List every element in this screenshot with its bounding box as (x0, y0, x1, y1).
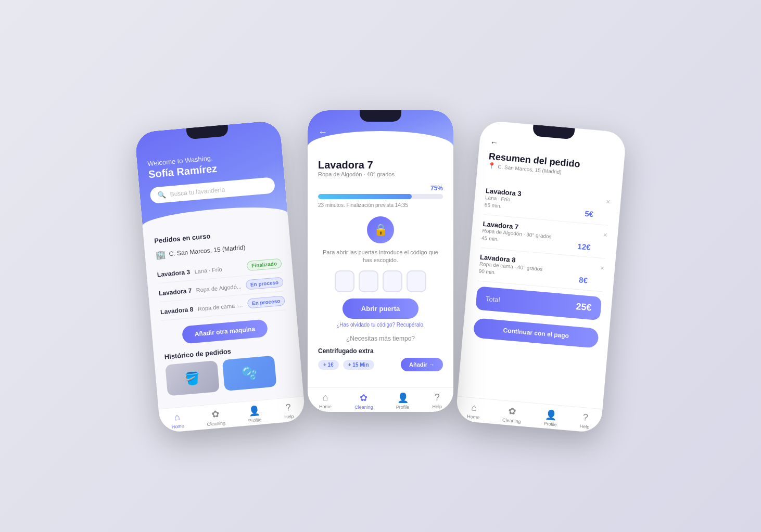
phone3-content: ← Resumen del pedido 📍 C. San Marcos, 15… (455, 120, 627, 433)
progress-bar-fill (318, 194, 412, 199)
nav-profile-1[interactable]: 👤 Profile (247, 405, 261, 423)
close-icon-1[interactable]: × (605, 197, 611, 206)
phone-machine-detail: ← Lavadora 7 Ropa de Algodón · 40° grado… (308, 110, 453, 412)
lock-circle: 🔒 (367, 216, 394, 243)
home-icon-2: ⌂ (323, 392, 328, 403)
cleaning-icon-3: ✿ (508, 405, 517, 417)
osi-price-3: 8€ (579, 275, 588, 284)
add-machine-button[interactable]: Añadir otra maquina (181, 319, 268, 344)
nav-home-2[interactable]: ⌂ Home (319, 392, 332, 410)
total-label: Total (486, 294, 501, 303)
search-placeholder: Busca tu lavandería (170, 185, 225, 197)
help-icon-1: ? (285, 402, 291, 413)
lock-icon: 🔒 (374, 223, 388, 237)
progress-time: 23 minutos. Finalización prevista 14:35 (318, 202, 443, 208)
nav-cleaning-3[interactable]: ✿ Cleaning (502, 405, 522, 424)
help-icon-3: ? (582, 411, 589, 423)
total-bar: Total 25€ (475, 286, 602, 320)
tag-price: + 1€ (318, 360, 339, 370)
location-icon: 🏢 (155, 249, 167, 259)
order-machine-3: Lavadora 8 Ropa de cama ·... (160, 299, 243, 316)
phone2-body: Lavadora 7 Ropa de Algodón · 40° grados … (308, 152, 453, 387)
profile-label-2: Profile (396, 405, 410, 410)
cleaning-label-1: Cleaning (207, 420, 225, 427)
profile-icon-3: 👤 (545, 408, 557, 421)
home-icon-1: ⌂ (174, 411, 181, 423)
close-icon-2[interactable]: × (603, 230, 608, 239)
code-input-4[interactable] (407, 270, 426, 292)
forgot-code-link[interactable]: ¿Has olvidado tu código? Recupéralo. (318, 322, 443, 328)
progress-bar-container (318, 194, 443, 199)
lock-section: 🔒 Para abrir las puertas introduce el có… (318, 216, 443, 265)
badge-finalizado: Finalizado (246, 258, 282, 271)
machine-title: Lavadora 7 (318, 159, 443, 171)
nav-profile-2[interactable]: 👤 Profile (396, 392, 410, 410)
location-dot-icon: 📍 (488, 162, 496, 170)
profile-icon-1: 👤 (248, 405, 260, 417)
home-label-2: Home (319, 404, 332, 409)
total-price: 25€ (576, 301, 592, 314)
open-door-button[interactable]: Abrir puerta (343, 299, 418, 319)
profile-label-1: Profile (248, 417, 261, 423)
phone2-content: ← Lavadora 7 Ropa de Algodón · 40° grado… (308, 110, 453, 412)
order-machine-2: Lavadora 7 Ropa de Algodó... (158, 280, 242, 297)
help-label-1: Help (284, 413, 294, 420)
centrifugado-label: Centrifugado extra (318, 347, 374, 355)
historico-images: 🪣 🫧 (165, 354, 292, 396)
code-inputs (318, 270, 443, 292)
help-label-3: Help (579, 423, 589, 430)
search-icon: 🔍 (157, 190, 166, 199)
osi-detail-3b: 90 min. (478, 268, 496, 275)
nav-cleaning-2[interactable]: ✿ Cleaning (354, 392, 373, 410)
historico-img-2: 🫧 (222, 355, 277, 391)
osi-price-2: 12€ (577, 241, 591, 251)
code-input-2[interactable] (359, 270, 378, 292)
phone1-content: Welcome to Washing, Sofía Ramírez 🔍 Busc… (134, 120, 306, 433)
home-label-1: Home (171, 423, 184, 430)
osi-price-1: 5€ (585, 209, 594, 218)
phone1-body: Pedidos en curso 🏢 C. San Marcos, 15 (Ma… (143, 218, 303, 409)
badge-enproceso-2: En proceso (247, 295, 285, 308)
add-centrifugado-button[interactable]: Añadir → (401, 358, 443, 371)
centrifugado-row: Centrifugado extra (318, 347, 443, 355)
tag-time: + 15 Min (343, 360, 374, 370)
nav-help-2[interactable]: ? Help (432, 392, 442, 410)
cleaning-icon-1: ✿ (211, 408, 220, 420)
nav-home-1[interactable]: ⌂ Home (170, 411, 184, 430)
phone2-bottom-nav: ⌂ Home ✿ Cleaning 👤 Profile ? Help (308, 387, 453, 412)
nav-cleaning-1[interactable]: ✿ Cleaning (206, 408, 225, 427)
osi-detail-2b: 45 min. (481, 235, 499, 242)
phones-container: Welcome to Washing, Sofía Ramírez 🔍 Busc… (125, 95, 636, 438)
close-icon-3[interactable]: × (600, 263, 605, 272)
nav-home-3[interactable]: ⌂ Home (467, 401, 481, 420)
nav-profile-3[interactable]: 👤 Profile (543, 408, 558, 427)
osi-detail-1b: 65 min. (484, 201, 502, 209)
phone3-body: × Lavadora 3 Lana · Frío 65 min. 5€ × La… (458, 173, 622, 409)
home-label-3: Home (467, 413, 480, 420)
historico-img-1: 🪣 (165, 360, 220, 396)
nav-help-1[interactable]: ? Help (283, 401, 294, 420)
more-time-label: ¿Necesitas más tiempo? (318, 335, 443, 342)
badge-enproceso-1: En proceso (245, 277, 284, 290)
nav-help-3[interactable]: ? Help (579, 411, 590, 430)
phone-notch-2 (360, 110, 401, 122)
help-icon-2: ? (435, 392, 440, 403)
order-machine-1: Lavadora 3 Lana · Frío (157, 264, 222, 279)
profile-label-3: Profile (543, 421, 557, 427)
search-bar[interactable]: 🔍 Busca tu lavandería (149, 177, 275, 204)
lock-text: Para abrir las puertas introduce el códi… (318, 249, 443, 265)
cleaning-label-3: Cleaning (502, 417, 521, 424)
machine-sub: Ropa de Algodón · 40° grados (318, 171, 443, 177)
code-input-3[interactable] (383, 270, 402, 292)
phone-order-summary: ← Resumen del pedido 📍 C. San Marcos, 15… (455, 120, 627, 433)
location-text: C. San Marcos, 15 (Madrid) (169, 243, 246, 257)
cleaning-icon-2: ✿ (360, 392, 367, 404)
progress-info: 75% (318, 185, 443, 192)
home-icon-3: ⌂ (471, 402, 477, 413)
cleaning-label-2: Cleaning (354, 405, 373, 410)
profile-icon-2: 👤 (397, 392, 409, 404)
progress-pct: 75% (430, 185, 443, 192)
help-label-2: Help (432, 404, 442, 409)
pay-button[interactable]: Continuar con el pago (473, 318, 599, 348)
code-input-1[interactable] (335, 270, 354, 292)
